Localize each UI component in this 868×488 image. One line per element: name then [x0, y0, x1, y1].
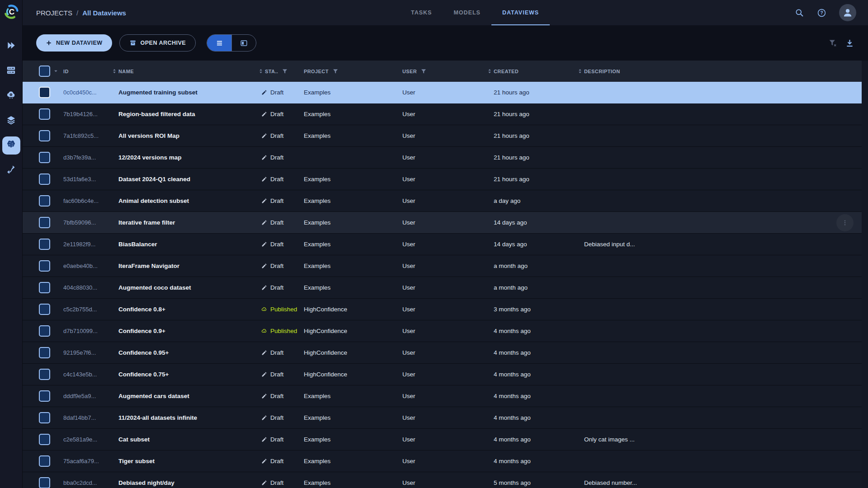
cell-status: Draft [258, 414, 299, 421]
row-checkbox[interactable] [39, 434, 50, 445]
status-label: Published [270, 328, 297, 334]
column-header-user[interactable]: USER [398, 69, 486, 74]
cell-name: Region-based filtered data [111, 111, 258, 117]
column-header-created[interactable]: CREATED [486, 68, 577, 74]
cell-created: 4 months ago [486, 436, 577, 443]
search-icon[interactable] [795, 8, 804, 18]
cell-status: Draft [258, 132, 299, 139]
filter-icon[interactable] [421, 69, 426, 74]
filter-icon[interactable] [282, 69, 288, 74]
table-row[interactable]: d3b7fe39a...12/2024 versions mapDraftUse… [23, 147, 862, 169]
column-header-name[interactable]: NAME [111, 68, 258, 74]
row-checkbox[interactable] [39, 477, 50, 488]
row-checkbox[interactable] [39, 369, 50, 380]
tab-tasks[interactable]: TASKS [400, 0, 443, 25]
cell-created: a month ago [486, 284, 577, 291]
row-checkbox[interactable] [39, 108, 50, 120]
row-checkbox[interactable] [39, 304, 50, 315]
tab-models[interactable]: MODELS [443, 0, 491, 25]
chevron-down-icon[interactable] [53, 69, 58, 74]
cell-select [23, 239, 59, 250]
cell-name: Debiased night/day [111, 479, 258, 486]
cell-created: 4 months ago [486, 393, 577, 399]
table-row[interactable]: 7bfb59096...Iterative frame filterDraftE… [23, 212, 862, 234]
dataviews-table: IDNAMESTA..PROJECTUSERCREATEDDESCRIPTION… [23, 61, 868, 488]
row-checkbox[interactable] [39, 260, 50, 272]
breadcrumb-projects[interactable]: PROJECTS [36, 9, 72, 17]
table-row[interactable]: 404c88030...Augmented coco datasetDraftE… [23, 277, 862, 299]
row-checkbox[interactable] [39, 455, 50, 467]
card-view-toggle[interactable] [231, 35, 256, 51]
row-menu-button[interactable] [836, 214, 854, 231]
cell-created: 21 hours ago [486, 89, 577, 96]
pencil-icon [261, 458, 267, 464]
cell-id: e0aebe40b... [59, 263, 111, 269]
row-checkbox[interactable] [39, 239, 50, 250]
tab-dataviews[interactable]: DATAVIEWS [491, 0, 550, 25]
table-row[interactable]: fac60b6c4e...Animal detection subsetDraf… [23, 190, 862, 212]
sidebar-item-datasets[interactable] [2, 112, 20, 130]
table-row[interactable]: 8daf14bb7...11/2024-all datasets infinit… [23, 407, 862, 429]
row-checkbox[interactable] [39, 152, 50, 163]
cell-description: Only cat images ... [577, 436, 862, 443]
table-row[interactable]: bba0c2dcd...Debiased night/dayDraftExamp… [23, 472, 862, 488]
column-header-project[interactable]: PROJECT [299, 69, 398, 74]
cell-select [23, 108, 59, 120]
cell-name: Cat subset [111, 436, 258, 443]
select-all-checkbox[interactable] [39, 66, 50, 77]
table-row[interactable]: e0aebe40b...IteraFrame NavigatorDraftExa… [23, 255, 862, 277]
table-row[interactable]: 0c0cd450c...Augmented training subsetDra… [23, 82, 862, 103]
table-row[interactable]: c4c143e5b...Confidence 0.75+DraftHighCon… [23, 364, 862, 385]
table-row[interactable]: 2e11982f9...BiasBalancerDraftExamplesUse… [23, 234, 862, 255]
row-checkbox[interactable] [39, 412, 50, 423]
avatar[interactable] [839, 4, 856, 21]
sidebar-item-pipelines[interactable] [2, 161, 20, 179]
download-icon[interactable] [845, 38, 854, 48]
sidebar-item-workers[interactable] [2, 87, 20, 105]
row-checkbox[interactable] [39, 195, 50, 206]
row-checkbox[interactable] [39, 282, 50, 293]
row-checkbox[interactable] [39, 130, 50, 141]
table-row[interactable]: 7b19b4126...Region-based filtered dataDr… [23, 103, 862, 125]
pencil-icon [261, 133, 267, 139]
table-row[interactable]: c2e581a9e...Cat subsetDraftExamplesUser4… [23, 429, 862, 450]
cell-description: Debiased number... [577, 479, 862, 486]
open-archive-button[interactable]: OPEN ARCHIVE [119, 34, 196, 52]
table-row[interactable]: c5c2b755d...Confidence 0.8+PublishedHigh… [23, 299, 862, 320]
cell-project: HighConfidence [299, 349, 398, 356]
filter-icon[interactable] [333, 69, 338, 74]
table-row[interactable]: 53d1fa6e3...Dataset 2024-Q1 cleanedDraft… [23, 169, 862, 190]
help-icon[interactable]: ? [817, 8, 826, 18]
row-checkbox[interactable] [39, 174, 50, 185]
clearml-logo-icon[interactable]: C [3, 4, 19, 20]
cell-name: Augmented training subset [111, 89, 258, 96]
table-row[interactable]: d7b710099...Confidence 0.9+PublishedHigh… [23, 320, 862, 342]
row-checkbox[interactable] [39, 347, 50, 358]
table-view-toggle[interactable] [207, 35, 231, 51]
table-body: 0c0cd450c...Augmented training subsetDra… [23, 82, 862, 488]
column-header-description[interactable]: DESCRIPTION [577, 68, 862, 74]
cell-id: d7b710099... [59, 328, 111, 334]
cell-id: c2e581a9e... [59, 436, 111, 443]
row-checkbox[interactable] [39, 87, 50, 98]
column-header-status[interactable]: STA.. [258, 68, 299, 74]
table-row[interactable]: 92195e7f6...Confidence 0.95+DraftHighCon… [23, 342, 862, 364]
column-header-id[interactable]: ID [59, 69, 111, 74]
table-row[interactable]: 75acaf6a79...Tiger subsetDraftExamplesUs… [23, 450, 862, 472]
new-dataview-button[interactable]: NEW DATAVIEW [36, 34, 112, 52]
scrollbar[interactable] [862, 61, 868, 488]
cell-status: Draft [258, 436, 299, 443]
clear-filters-icon[interactable] [828, 38, 838, 48]
sidebar-item-hyper-datasets[interactable] [2, 136, 20, 155]
sidebar-item-queues[interactable] [2, 62, 20, 80]
row-checkbox[interactable] [39, 325, 50, 337]
pencil-icon [261, 176, 267, 182]
plus-icon [46, 40, 52, 46]
cell-status: Draft [258, 284, 299, 291]
table-row[interactable]: 7a1fc892c5...All versions ROI MapDraftEx… [23, 125, 862, 147]
sidebar-item-getting-started[interactable] [2, 37, 20, 55]
table-row[interactable]: dddf9e5a9...Augmented cars datasetDraftE… [23, 385, 862, 407]
cell-user: User [398, 284, 486, 291]
row-checkbox[interactable] [39, 390, 50, 402]
row-checkbox[interactable] [39, 217, 50, 228]
